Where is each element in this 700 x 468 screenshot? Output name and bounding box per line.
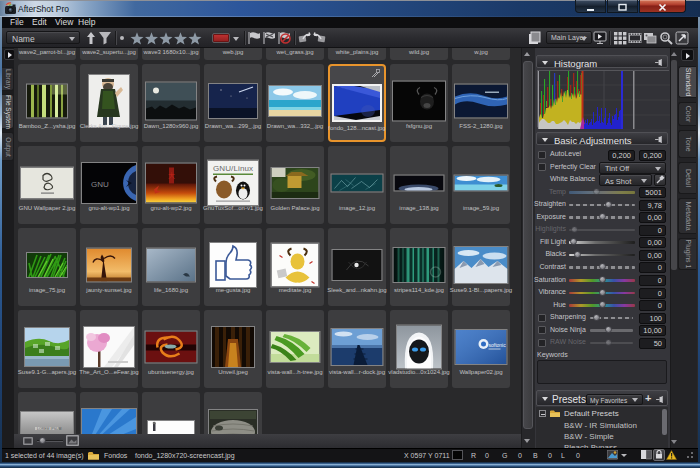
svg-text:GNU: GNU	[91, 180, 109, 189]
svg-text:大: 大	[168, 172, 175, 179]
svg-text:softonic: softonic	[489, 342, 507, 348]
svg-text:GNU/Linux: GNU/Linux	[213, 164, 253, 173]
svg-text:LOREM IPSUM: LOREM IPSUM	[37, 427, 62, 431]
